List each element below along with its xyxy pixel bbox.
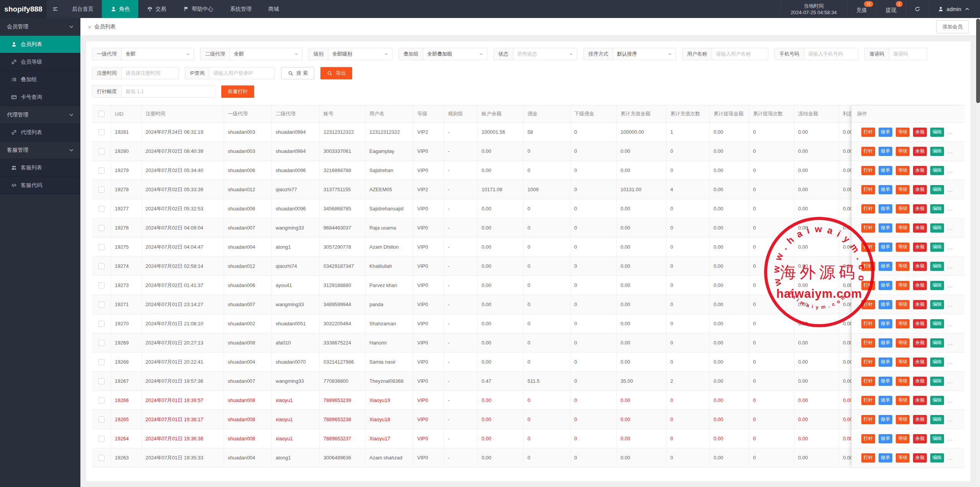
make-order-button[interactable]: 做单 bbox=[879, 128, 892, 137]
inject-button[interactable]: 打针 bbox=[861, 223, 875, 233]
recharge-nav-item[interactable]: 充值 11 bbox=[847, 0, 876, 18]
level-button[interactable]: 等级 bbox=[896, 166, 910, 175]
more-actions-button[interactable]: ... bbox=[947, 416, 953, 423]
inject-button[interactable]: 打针 bbox=[861, 147, 875, 156]
more-actions-button[interactable]: ... bbox=[947, 282, 953, 289]
inject-button[interactable]: 打针 bbox=[861, 357, 875, 367]
nav-item-mall[interactable]: 商城 bbox=[260, 0, 287, 18]
make-order-button[interactable]: 做单 bbox=[879, 396, 892, 405]
refresh-button[interactable] bbox=[906, 0, 929, 18]
inject-button[interactable]: 打针 bbox=[861, 319, 875, 328]
more-actions-button[interactable]: ... bbox=[947, 359, 953, 365]
row-checkbox[interactable] bbox=[98, 148, 105, 154]
row-checkbox[interactable] bbox=[98, 455, 105, 461]
more-actions-button[interactable]: ... bbox=[947, 340, 953, 346]
collapse-menu-button[interactable] bbox=[47, 0, 64, 18]
more-actions-button[interactable]: ... bbox=[947, 129, 953, 135]
nav-item-system-manage[interactable]: 系统管理 bbox=[222, 0, 260, 18]
more-actions-button[interactable]: ... bbox=[947, 225, 953, 231]
search-button[interactable]: 搜 索 bbox=[281, 67, 314, 79]
nav-item-backend-home[interactable]: 后台首页 bbox=[64, 0, 102, 18]
balance-button[interactable]: 余额 bbox=[913, 281, 927, 290]
more-actions-button[interactable]: ... bbox=[947, 321, 953, 327]
row-checkbox[interactable] bbox=[98, 436, 105, 442]
edit-button[interactable]: 编辑 bbox=[930, 166, 944, 175]
level-button[interactable]: 等级 bbox=[896, 262, 910, 271]
level-button[interactable]: 等级 bbox=[896, 204, 910, 213]
make-order-button[interactable]: 做单 bbox=[879, 166, 892, 175]
edit-button[interactable]: 编辑 bbox=[930, 377, 944, 386]
nav-item-role[interactable]: 角色 bbox=[102, 0, 138, 18]
inject-button[interactable]: 打针 bbox=[861, 166, 875, 175]
sidebar-group-service-manage[interactable]: 客服管理 bbox=[0, 141, 80, 159]
row-checkbox[interactable] bbox=[98, 321, 105, 327]
more-actions-button[interactable]: ... bbox=[947, 148, 953, 154]
row-checkbox[interactable] bbox=[98, 359, 105, 365]
row-checkbox[interactable] bbox=[98, 340, 105, 346]
balance-button[interactable]: 余额 bbox=[913, 434, 927, 443]
scrollbar-track[interactable] bbox=[976, 18, 980, 487]
inject-button[interactable]: 打针 bbox=[861, 281, 875, 290]
level-button[interactable]: 等级 bbox=[896, 319, 910, 328]
inject-button[interactable]: 打针 bbox=[861, 415, 875, 424]
row-checkbox[interactable] bbox=[98, 225, 105, 231]
edit-button[interactable]: 编辑 bbox=[930, 223, 944, 233]
level-button[interactable]: 等级 bbox=[896, 243, 910, 252]
edit-button[interactable]: 编辑 bbox=[930, 357, 944, 367]
level-select[interactable]: 全部级别 bbox=[328, 48, 392, 60]
balance-button[interactable]: 余额 bbox=[913, 223, 927, 233]
level-button[interactable]: 等级 bbox=[896, 434, 910, 443]
edit-button[interactable]: 编辑 bbox=[930, 185, 944, 194]
balance-button[interactable]: 余额 bbox=[913, 300, 927, 309]
row-checkbox[interactable] bbox=[98, 416, 105, 423]
export-button[interactable]: 导出 bbox=[320, 67, 352, 79]
sidebar-item-agent-list[interactable]: 代理列表 bbox=[0, 124, 80, 141]
level-button[interactable]: 等级 bbox=[896, 223, 910, 233]
nav-item-trade[interactable]: 交易 bbox=[138, 0, 175, 18]
sidebar-item-service-code[interactable]: 客服代码 bbox=[0, 177, 80, 194]
sidebar-item-member-level[interactable]: 会员等级 bbox=[0, 53, 80, 71]
row-checkbox[interactable] bbox=[98, 167, 105, 174]
invite-code-input[interactable]: 邀请码 bbox=[889, 48, 927, 60]
inject-button[interactable]: 打针 bbox=[861, 338, 875, 348]
balance-button[interactable]: 余额 bbox=[913, 147, 927, 156]
withdraw-nav-item[interactable]: 提现 1 bbox=[876, 0, 906, 18]
status-select[interactable]: 所有状态 bbox=[513, 48, 577, 60]
row-checkbox[interactable] bbox=[98, 244, 105, 250]
balance-button[interactable]: 余额 bbox=[913, 166, 927, 175]
more-actions-button[interactable]: ... bbox=[947, 187, 953, 193]
sidebar-item-member-list[interactable]: 会员列表 bbox=[0, 36, 80, 53]
level-button[interactable]: 等级 bbox=[896, 415, 910, 424]
balance-button[interactable]: 余额 bbox=[913, 262, 927, 271]
more-actions-button[interactable]: ... bbox=[947, 206, 953, 212]
inject-button[interactable]: 打针 bbox=[861, 453, 875, 462]
more-actions-button[interactable]: ... bbox=[947, 263, 953, 269]
edit-button[interactable]: 编辑 bbox=[930, 147, 944, 156]
second-agent-select[interactable]: 全部 bbox=[230, 48, 302, 60]
level-button[interactable]: 等级 bbox=[896, 453, 910, 462]
edit-button[interactable]: 编辑 bbox=[930, 319, 944, 328]
edit-button[interactable]: 编辑 bbox=[930, 338, 944, 348]
edit-button[interactable]: 编辑 bbox=[930, 243, 944, 252]
make-order-button[interactable]: 做单 bbox=[879, 243, 892, 252]
sidebar-group-agent-manage[interactable]: 代理管理 bbox=[0, 106, 80, 124]
balance-button[interactable]: 余额 bbox=[913, 338, 927, 348]
balance-button[interactable]: 余额 bbox=[913, 319, 927, 328]
level-button[interactable]: 等级 bbox=[896, 338, 910, 348]
ip-query-input[interactable]: 请输入用户登录IP bbox=[209, 67, 275, 79]
level-button[interactable]: 等级 bbox=[896, 185, 910, 194]
edit-button[interactable]: 编辑 bbox=[930, 281, 944, 290]
admin-menu[interactable]: admin bbox=[929, 0, 980, 18]
more-actions-button[interactable]: ... bbox=[947, 244, 953, 250]
inject-range-input[interactable]: 最低 1.1 bbox=[121, 85, 215, 98]
select-all-checkbox[interactable] bbox=[98, 111, 105, 117]
inject-button[interactable]: 打针 bbox=[861, 434, 875, 443]
inject-button[interactable]: 打针 bbox=[861, 185, 875, 194]
make-order-button[interactable]: 做单 bbox=[879, 319, 892, 328]
balance-button[interactable]: 余额 bbox=[913, 377, 927, 386]
make-order-button[interactable]: 做单 bbox=[879, 147, 892, 156]
row-checkbox[interactable] bbox=[98, 206, 105, 212]
inject-button[interactable]: 打针 bbox=[861, 128, 875, 137]
edit-button[interactable]: 编辑 bbox=[930, 128, 944, 137]
phone-input[interactable]: 请输入手机号码 bbox=[804, 48, 858, 60]
